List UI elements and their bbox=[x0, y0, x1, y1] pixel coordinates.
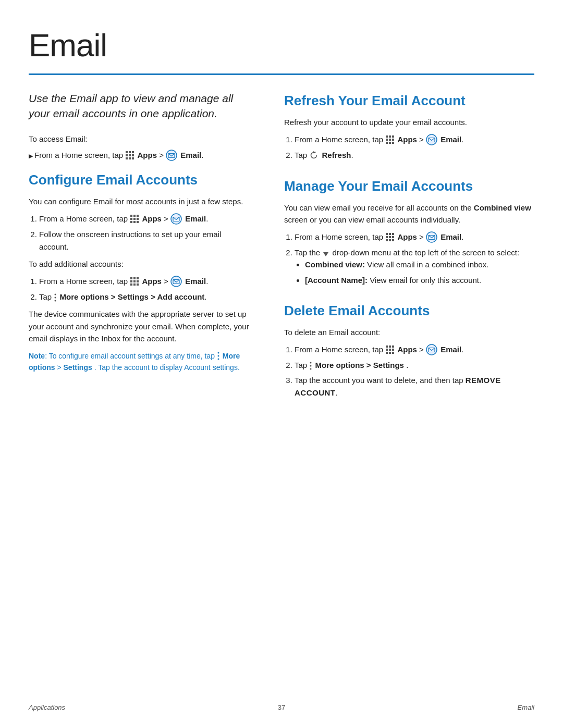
svg-rect-5 bbox=[132, 154, 134, 156]
svg-rect-70 bbox=[392, 352, 394, 354]
svg-rect-46 bbox=[389, 142, 391, 144]
svg-rect-18 bbox=[133, 221, 136, 223]
manage-step2: Tap the drop-down menu at the top left o… bbox=[295, 246, 534, 286]
left-column: Use the Email app to view and manage all… bbox=[29, 91, 253, 413]
svg-rect-13 bbox=[137, 215, 139, 217]
svg-rect-24 bbox=[137, 277, 139, 279]
svg-rect-19 bbox=[137, 221, 139, 223]
svg-rect-26 bbox=[133, 280, 136, 282]
svg-rect-0 bbox=[126, 151, 128, 153]
svg-rect-16 bbox=[137, 218, 139, 220]
email-app-icon-6 bbox=[426, 344, 437, 355]
svg-rect-30 bbox=[137, 283, 139, 286]
main-content: Use the Email app to view and manage all… bbox=[29, 91, 534, 413]
svg-rect-7 bbox=[129, 157, 131, 159]
svg-point-35 bbox=[55, 300, 56, 302]
apps-icon bbox=[125, 151, 134, 160]
page-title: Email bbox=[29, 21, 534, 69]
svg-rect-41 bbox=[392, 135, 394, 138]
manage-bullets: Combined view: View all email in a combi… bbox=[305, 258, 534, 286]
svg-rect-64 bbox=[392, 346, 394, 348]
svg-rect-11 bbox=[130, 215, 132, 217]
delete-step1: From a Home screen, tap Apps > Email. bbox=[295, 343, 534, 356]
svg-rect-63 bbox=[389, 346, 391, 348]
svg-rect-67 bbox=[392, 349, 394, 351]
blue-divider bbox=[29, 73, 534, 75]
manage-intro: You can view email you receive for all a… bbox=[284, 202, 534, 226]
svg-rect-43 bbox=[389, 139, 391, 141]
email-app-icon-2 bbox=[170, 213, 182, 225]
footer-left: Applications bbox=[29, 702, 65, 713]
svg-rect-51 bbox=[389, 233, 391, 235]
svg-marker-61 bbox=[323, 252, 328, 256]
svg-point-37 bbox=[217, 355, 219, 357]
dropdown-arrow-icon bbox=[322, 249, 329, 256]
add-step1: From a Home screen, tap Apps > Email. bbox=[39, 275, 253, 288]
svg-rect-62 bbox=[386, 346, 388, 348]
svg-rect-45 bbox=[386, 142, 388, 144]
add-accounts-label: To add additional accounts: bbox=[29, 258, 253, 270]
email-app-icon-3 bbox=[170, 276, 182, 287]
footer-right: Email bbox=[517, 702, 534, 713]
delete-steps: From a Home screen, tap Apps > Email. Ta… bbox=[295, 343, 534, 399]
email-app-icon-5 bbox=[426, 231, 437, 243]
refresh-steps: From a Home screen, tap Apps > Email. Ta… bbox=[295, 133, 534, 161]
manage-section: Manage Your Email Accounts You can view … bbox=[284, 176, 534, 286]
svg-rect-40 bbox=[389, 135, 391, 138]
svg-rect-22 bbox=[130, 277, 132, 279]
add-accounts-steps: From a Home screen, tap Apps > Email. Ta… bbox=[39, 275, 253, 303]
delete-intro: To delete an Email account: bbox=[284, 326, 534, 338]
svg-rect-55 bbox=[392, 236, 394, 238]
svg-rect-2 bbox=[132, 151, 134, 153]
more-options-icon-2 bbox=[217, 352, 220, 360]
apps-label: Apps bbox=[137, 151, 157, 159]
manage-heading: Manage Your Email Accounts bbox=[284, 176, 534, 196]
add-step2: Tap More options > Settings > Add accoun… bbox=[39, 291, 253, 303]
refresh-step1: From a Home screen, tap Apps > Email. bbox=[295, 133, 534, 146]
svg-point-48 bbox=[426, 134, 437, 145]
more-options-icon-3 bbox=[309, 361, 312, 369]
svg-rect-42 bbox=[386, 139, 388, 141]
svg-rect-57 bbox=[389, 239, 391, 241]
svg-point-20 bbox=[171, 214, 181, 224]
svg-rect-29 bbox=[133, 283, 136, 286]
svg-rect-69 bbox=[389, 352, 391, 354]
svg-point-74 bbox=[310, 365, 312, 367]
svg-rect-28 bbox=[130, 283, 132, 286]
apps-icon-6 bbox=[385, 345, 395, 354]
manage-bullet-account: [Account Name]: View email for only this… bbox=[305, 274, 534, 286]
svg-rect-68 bbox=[386, 352, 388, 354]
manage-step1: From a Home screen, tap Apps > Email. bbox=[295, 231, 534, 243]
svg-rect-4 bbox=[129, 154, 131, 156]
svg-rect-8 bbox=[132, 157, 134, 159]
manage-steps: From a Home screen, tap Apps > Email. Ta… bbox=[295, 231, 534, 286]
svg-rect-56 bbox=[386, 239, 388, 241]
svg-rect-39 bbox=[386, 135, 388, 138]
svg-point-33 bbox=[55, 294, 56, 295]
svg-point-73 bbox=[310, 362, 312, 364]
delete-heading: Delete Email Accounts bbox=[284, 301, 534, 321]
intro-italic-text: Use the Email app to view and manage all… bbox=[29, 91, 253, 121]
page-container: Email Use the Email app to view and mana… bbox=[0, 0, 563, 728]
svg-rect-52 bbox=[392, 233, 394, 235]
refresh-heading: Refresh Your Email Account bbox=[284, 91, 534, 111]
svg-rect-58 bbox=[392, 239, 394, 241]
email-app-icon-4 bbox=[426, 134, 437, 145]
right-column: Refresh Your Email Account Refresh your … bbox=[284, 91, 534, 413]
svg-point-38 bbox=[217, 359, 219, 360]
svg-point-71 bbox=[426, 344, 437, 355]
svg-rect-50 bbox=[386, 233, 388, 235]
configure-steps: From a Home screen, tap Apps > Email. Fo… bbox=[39, 213, 253, 253]
apps-icon-3 bbox=[130, 277, 139, 286]
access-label: To access Email: bbox=[29, 133, 253, 145]
svg-rect-44 bbox=[392, 139, 394, 141]
refresh-step2: Tap Refresh. bbox=[295, 149, 534, 161]
manage-bullet-combined: Combined view: View all email in a combi… bbox=[305, 258, 534, 270]
svg-point-9 bbox=[166, 150, 177, 161]
delete-section: Delete Email Accounts To delete an Email… bbox=[284, 301, 534, 399]
svg-point-34 bbox=[55, 297, 56, 299]
more-options-icon bbox=[54, 293, 57, 301]
svg-rect-3 bbox=[126, 154, 128, 156]
configure-section: Configure Email Accounts You can configu… bbox=[29, 170, 253, 373]
note-label: Note bbox=[29, 352, 45, 360]
